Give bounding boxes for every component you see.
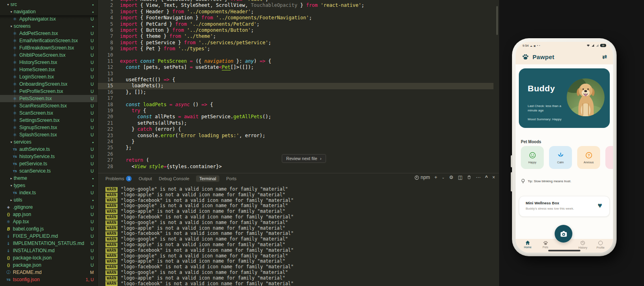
review-next-file-button[interactable]: Review next file › — [282, 154, 326, 163]
swap-pet-icon[interactable]: ⇄ — [602, 53, 607, 60]
home-indicator[interactable] — [548, 250, 580, 251]
tree-item-navigation[interactable]: ▾navigation● — [0, 8, 97, 15]
close-panel-icon[interactable]: × — [492, 175, 495, 180]
tree-item-types[interactable]: ▾types● — [0, 182, 97, 189]
code-line-2[interactable]: 2import { View, Text, StyleSheet, Scroll… — [98, 2, 493, 8]
tree-item-onboardingscreen-tsx[interactable]: ⚛OnboardingScreen.tsxU — [0, 80, 97, 88]
signal-icon — [591, 44, 594, 47]
tree-item--gitignore[interactable]: ◈.gitignoreU — [0, 204, 97, 211]
mood-card-happy[interactable]: Happy — [521, 146, 544, 169]
tree-item-utils[interactable]: ▸utils● — [0, 196, 97, 204]
terminal-dropdown-chevron[interactable]: ⌄ — [442, 175, 445, 179]
tree-item-splashscreen-tsx[interactable]: ⚛SplashScreen.tsxU — [0, 131, 97, 138]
code-line-10[interactable]: 10 — [98, 52, 493, 58]
code-line-7[interactable]: 7import { theme } from '../theme'; — [98, 33, 493, 39]
tree-item-historyservice-ts[interactable]: TShistoryService.tsU — [0, 153, 97, 160]
tree-item-fixes-applied-md[interactable]: ⇓FIXES_APPLIED.mdU — [0, 233, 97, 240]
code-line-21[interactable]: 21 setPets(allPets); — [98, 120, 493, 126]
split-terminal-icon[interactable]: ◫ — [458, 175, 462, 180]
nav-item-pets[interactable]: Pets — [537, 240, 554, 249]
tree-item-historyscreen-tsx[interactable]: ⚛HistoryScreen.tsxU — [0, 59, 97, 66]
code-line-24[interactable]: 24 } — [98, 139, 493, 145]
nav-item-profile[interactable]: Profile — [592, 240, 609, 249]
tree-item-fullbreakdownscreen-tsx[interactable]: ⚛FullBreakdownScreen.tsxU — [0, 44, 97, 51]
panel-tab-problems[interactable]: Problems1 — [105, 176, 132, 181]
tree-item-theme[interactable]: ▸theme● — [0, 175, 97, 182]
code-line-28[interactable]: 28 <View style={styles.container}> — [98, 164, 493, 170]
code-line-9[interactable]: 9import { Pet } from '../types'; — [98, 46, 493, 52]
code-line-12[interactable]: 12 const [pets, setPets] = useState<Pet[… — [98, 64, 493, 70]
code-line-4[interactable]: 4import { FooterNavigation } from '../co… — [98, 15, 493, 21]
tree-item-scanresultscreen-tsx[interactable]: ⚛ScanResultScreen.tsxU — [0, 102, 97, 109]
tree-item-addpetscreen-tsx[interactable]: ⚛AddPetScreen.tsxU — [0, 30, 97, 37]
tree-item-petsscreen-tsx[interactable]: ⚛PetsScreen.tsxU — [0, 95, 97, 102]
camera-fab-button[interactable] — [555, 225, 572, 243]
code-line-17[interactable]: 17 — [98, 95, 493, 101]
tree-item-signupscreen-tsx[interactable]: ⚛SignupScreen.tsxU — [0, 124, 97, 131]
code-line-25[interactable]: 25 }; — [98, 145, 493, 151]
tree-item-package-json[interactable]: {}package.jsonU — [0, 261, 97, 269]
panel-tab-debug-console[interactable]: Debug Console — [159, 176, 190, 181]
tree-item-services[interactable]: ▾services● — [0, 138, 97, 146]
terminal-warn-line: WARN"logo-facebook" is not a valid icon … — [105, 264, 499, 270]
code-line-20[interactable]: 20 const allPets = await petService.getA… — [98, 114, 493, 120]
tree-item-babel-config-js[interactable]: Bbabel.config.jsU — [0, 225, 97, 233]
pet-summary-card[interactable]: Buddy Last Check: less than a minute age… — [519, 68, 610, 128]
code-line-3[interactable]: 3import { Header } from '../components/H… — [98, 9, 493, 15]
terminal-output[interactable]: WARN"logo-google" is not a valid icon na… — [105, 187, 499, 286]
mood-card-anxious[interactable]: ?Anxious — [577, 146, 600, 169]
code-line-6[interactable]: 6import { Button } from '../components/B… — [98, 27, 493, 33]
code-line-8[interactable]: 8import { petService } from '../services… — [98, 40, 493, 46]
tree-item-ghibliposescreen-tsx[interactable]: ⚛GhibliPoseScreen.tsxU — [0, 51, 97, 59]
new-terminal-button[interactable]: + — [434, 175, 437, 180]
tree-item-screens[interactable]: ▾screens● — [0, 23, 97, 30]
more-actions-icon[interactable]: ⋯ — [476, 175, 481, 180]
code-line-13[interactable]: 13 — [98, 71, 493, 77]
gear-icon[interactable]: ⚙ — [449, 175, 454, 180]
editor-scrollbar[interactable] — [496, 6, 498, 35]
mood-card-angry[interactable]: Angry — [605, 146, 613, 169]
tree-item-emailverificationscreen-tsx[interactable]: ⚛EmailVerificationScreen.tsxU — [0, 37, 97, 44]
code-line-23[interactable]: 23 console.error('Error loading pets:', … — [98, 133, 493, 139]
tree-item-loginscreen-tsx[interactable]: ⚛LoginScreen.tsxU — [0, 73, 97, 80]
code-line-22[interactable]: 22 } catch (error) { — [98, 126, 493, 132]
tree-item-implementation-status-md[interactable]: ⇓IMPLEMENTATION_STATUS.mdU — [0, 240, 97, 247]
tree-item-index-ts[interactable]: TSindex.tsU — [0, 189, 97, 196]
nav-item-history[interactable]: History — [574, 240, 592, 249]
code-line-18[interactable]: 18 const loadPets = async () => { — [98, 102, 493, 108]
mood-card-calm[interactable]: Calm — [549, 146, 572, 169]
tree-item-src[interactable]: ▾src● — [0, 1, 97, 8]
code-line-16[interactable]: 16 }, []); — [98, 89, 493, 95]
code-editor[interactable]: 1import React, { useState, useEffect } f… — [98, 0, 499, 173]
tree-item-settingsscreen-tsx[interactable]: ⚛SettingsScreen.tsxU — [0, 117, 97, 124]
code-line-15[interactable]: 15 loadPets(); — [98, 83, 493, 89]
tree-item-tsconfig-json[interactable]: TStsconfig.json1, U — [0, 276, 97, 283]
code-line-11[interactable]: 11export const PetsScreen = ({ navigatio… — [98, 58, 493, 64]
tree-item-app-tsx[interactable]: ⚛App.tsxU — [0, 218, 97, 225]
wellness-card[interactable]: Mini Wellness Box Buddy's stress was low… — [519, 196, 610, 217]
tree-item-homescreen-tsx[interactable]: ⚛HomeScreen.tsxU — [0, 66, 97, 73]
tree-item-appnavigator-tsx[interactable]: ⚛AppNavigator.tsxU — [0, 15, 97, 23]
code-line-14[interactable]: 14 useEffect(() => { — [98, 77, 493, 83]
tree-item-readme-md[interactable]: ⓘREADME.mdM — [0, 269, 97, 276]
tree-item-petservice-ts[interactable]: TSpetService.tsU — [0, 160, 97, 167]
git-status-badge: U — [91, 205, 94, 210]
code-line-19[interactable]: 19 try { — [98, 108, 493, 114]
tree-item-installation-md[interactable]: ⇓INSTALLATION.mdU — [0, 247, 97, 254]
tree-item-scanscreen-tsx[interactable]: ⚛ScanScreen.tsxU — [0, 109, 97, 117]
maximize-panel-icon[interactable]: ^ — [485, 175, 488, 180]
react-file-icon: ⚛ — [12, 125, 18, 130]
panel-tab-output[interactable]: Output — [138, 176, 152, 181]
kill-terminal-icon[interactable] — [467, 175, 471, 180]
tree-item-app-json[interactable]: {}app.jsonU — [0, 211, 97, 218]
line-number: 11 — [98, 58, 113, 64]
tree-item-authservice-ts[interactable]: TSauthService.tsU — [0, 146, 97, 153]
code-line-5[interactable]: 5import { PetCard } from '../components/… — [98, 21, 493, 27]
tree-item-package-lock-json[interactable]: {}package-lock.jsonU — [0, 254, 97, 261]
tree-item-petprofilescreen-tsx[interactable]: ⚛PetProfileScreen.tsxU — [0, 88, 97, 95]
panel-tab-terminal[interactable]: Terminal — [196, 175, 219, 182]
nav-item-home[interactable]: Home — [519, 240, 537, 249]
panel-tab-ports[interactable]: Ports — [226, 176, 237, 181]
tree-item-scanservice-ts[interactable]: TSscanService.tsU — [0, 167, 97, 175]
npm-terminal-profile[interactable]: npm — [415, 175, 430, 180]
